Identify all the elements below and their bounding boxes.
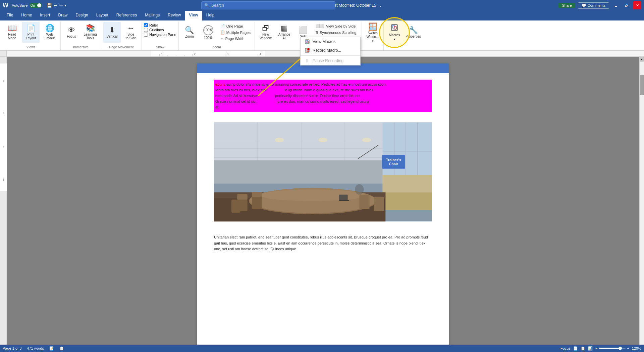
- comments-button[interactable]: 💬 Comments: [578, 2, 609, 9]
- ruler-checkbox-label[interactable]: Ruler: [144, 23, 176, 27]
- arrange-all-button[interactable]: ▦ ArrangeAll: [276, 22, 293, 43]
- highlighted-text-block: eLoris sump dolor sits mate is, is commu…: [214, 80, 432, 112]
- macros-btn-wrapper: Macros ▾: [386, 22, 403, 43]
- page-width-button[interactable]: ↔ Page Width: [218, 36, 253, 41]
- show-label: Show: [156, 45, 164, 50]
- share-button[interactable]: Share: [558, 3, 575, 8]
- macros-icon: [390, 24, 398, 33]
- view-read-icon[interactable]: 📄: [573, 346, 578, 351]
- svg-rect-39: [214, 161, 388, 184]
- tab-help[interactable]: Help: [202, 11, 219, 20]
- zoom-plus-button[interactable]: +: [627, 346, 629, 350]
- nav-pane-checkbox[interactable]: [144, 33, 148, 37]
- vertical-ruler: 1 2 3 4: [0, 57, 7, 352]
- vertical-button[interactable]: ⬇ Vertical: [103, 22, 121, 43]
- undo-icon[interactable]: ↩: [54, 3, 58, 8]
- tab-view[interactable]: View: [185, 11, 202, 20]
- focus-button[interactable]: 👁 Focus: [63, 22, 80, 43]
- read-mode-button[interactable]: 📖 ReadMode: [3, 22, 21, 43]
- minimize-button[interactable]: 🗕: [612, 1, 620, 9]
- print-layout-button[interactable]: 📄 PrintLayout: [22, 22, 40, 43]
- tab-design[interactable]: Design: [71, 11, 92, 20]
- tab-layout[interactable]: Layout: [92, 11, 112, 20]
- autosave-area: W AutoSave On 💾 ↩ ↪ ▾: [3, 2, 69, 9]
- zoom-icon: 🔍: [185, 27, 194, 34]
- tab-review[interactable]: Review: [164, 11, 185, 20]
- svg-point-37: [319, 138, 327, 142]
- svg-text:3: 3: [227, 52, 228, 56]
- autosave-toggle[interactable]: On: [30, 3, 42, 8]
- record-macro-icon: [305, 48, 310, 53]
- view-macros-item[interactable]: View Macros: [301, 37, 360, 46]
- svg-rect-59: [252, 192, 262, 197]
- ribbon-group-immersive: 👁 Focus 📚 LearningTools Immersive: [61, 22, 101, 50]
- one-page-button[interactable]: 📄 One Page: [218, 23, 253, 29]
- properties-label: Properties: [406, 35, 421, 38]
- views-label: Views: [26, 45, 36, 50]
- nav-pane-checkbox-label[interactable]: Navigation Pane: [144, 33, 176, 37]
- properties-button[interactable]: 🔧 Properties: [405, 22, 422, 43]
- zoom-label: Zoom: [212, 45, 221, 50]
- zoom-100-button[interactable]: 100% 100%: [200, 22, 217, 43]
- svg-text:3: 3: [3, 145, 4, 148]
- pause-recording-item[interactable]: ⏸ Pause Recording: [301, 56, 360, 65]
- tab-file[interactable]: File: [3, 11, 17, 20]
- new-window-button[interactable]: 🗗 NewWindow: [257, 22, 274, 43]
- trainer-arrow: [348, 142, 382, 162]
- zoom-slider: − +: [595, 346, 629, 350]
- scroll-thumb[interactable]: [640, 75, 644, 95]
- svg-rect-60: [339, 195, 348, 201]
- side-to-side-button[interactable]: ↔ Sideto Side: [122, 22, 140, 43]
- gridlines-checkbox-label[interactable]: Gridlines: [144, 28, 176, 32]
- zoom-thumb[interactable]: [619, 347, 622, 350]
- view-print-icon[interactable]: 📋: [581, 346, 585, 351]
- record-macro-item[interactable]: Record Macro...: [301, 46, 360, 55]
- svg-rect-61: [339, 200, 349, 201]
- scroll-up-button[interactable]: ▲: [640, 57, 644, 61]
- view-side-by-side-button[interactable]: ⬜⬜ View Side by Side: [313, 23, 360, 29]
- save-icon[interactable]: 💾: [47, 3, 52, 8]
- zoom-minus-button[interactable]: −: [595, 346, 597, 350]
- redo-icon[interactable]: ↪: [59, 3, 63, 8]
- tab-mailings[interactable]: Mailings: [141, 11, 164, 20]
- scroll-track[interactable]: [640, 61, 644, 352]
- title-dropdown-icon[interactable]: ⌄: [379, 3, 382, 8]
- ribbon-group-zoom: 🔍 Zoom 100% 100% 📄 One Page 📋 Multiple P…: [179, 22, 255, 50]
- zoom-level[interactable]: 120%: [632, 346, 641, 350]
- tab-home[interactable]: Home: [17, 11, 36, 20]
- vss-icon: ⬜⬜: [315, 24, 325, 28]
- svg-line-63: [358, 145, 378, 159]
- search-input[interactable]: [211, 3, 332, 8]
- zoom-track[interactable]: [599, 348, 626, 349]
- conference-room-image: Trainer's Chair: [214, 115, 432, 229]
- ruler-checkbox[interactable]: [144, 23, 148, 27]
- tab-references[interactable]: References: [112, 11, 141, 20]
- tab-draw[interactable]: Draw: [54, 11, 71, 20]
- tab-insert[interactable]: Insert: [36, 11, 54, 20]
- web-layout-button[interactable]: 🌐 WebLayout: [41, 22, 58, 43]
- view-web-icon[interactable]: 📊: [588, 346, 593, 351]
- restore-button[interactable]: 🗗: [623, 1, 631, 9]
- zoom-button[interactable]: 🔍 Zoom: [181, 22, 198, 43]
- multiple-pages-button[interactable]: 📋 Multiple Pages: [218, 30, 253, 35]
- sync-scrolling-button[interactable]: ⇅ Synchronous Scrolling: [313, 30, 360, 35]
- learning-tools-icon: 📚: [86, 25, 95, 32]
- close-button[interactable]: ✕: [633, 1, 641, 9]
- page-width-icon: ↔: [220, 37, 224, 41]
- word-logo: W: [3, 2, 8, 9]
- switch-windows-button[interactable]: 🪟 SwitchWindo... ▾: [364, 22, 381, 44]
- svg-text:2: 2: [194, 52, 196, 56]
- gridlines-checkbox[interactable]: [144, 28, 148, 32]
- svg-text:4: 4: [3, 179, 4, 182]
- switch-windows-icon: 🪟: [368, 23, 377, 31]
- svg-point-70: [308, 48, 310, 50]
- svg-point-36: [275, 138, 284, 142]
- macros-button[interactable]: Macros ▾: [386, 22, 403, 43]
- search-box[interactable]: 🔍: [201, 1, 335, 9]
- ribbon-group-switch-windows: 🪟 SwitchWindo... ▾: [362, 22, 384, 50]
- customize-qa-icon[interactable]: ▾: [64, 3, 66, 8]
- proofing-icon: 📝: [49, 346, 54, 351]
- learning-tools-button[interactable]: 📚 LearningTools: [82, 22, 99, 43]
- document-page: eLoris sump dolor sits mate is, is commu…: [197, 63, 449, 352]
- pause-recording-icon: ⏸: [305, 58, 310, 63]
